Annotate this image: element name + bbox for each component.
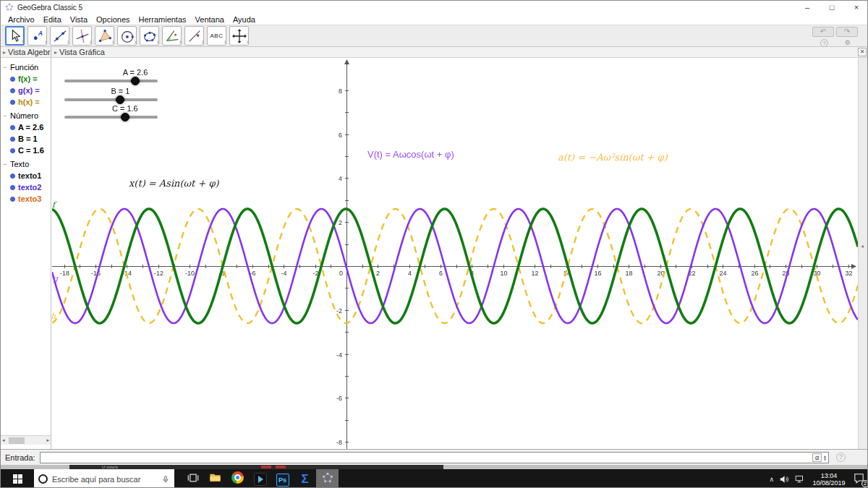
- algebra-item[interactable]: C = 1.6: [1, 146, 51, 155]
- redo-button[interactable]: ↷: [836, 27, 858, 37]
- taskbar-app-file-explorer[interactable]: [204, 469, 226, 488]
- slider-B-knob[interactable]: [116, 95, 124, 104]
- windows-logo-icon: [13, 474, 22, 484]
- maximize-button[interactable]: □: [820, 1, 844, 14]
- curve-label-g: g: [53, 274, 58, 283]
- group-label: Texto: [10, 160, 29, 168]
- visibility-dot-icon[interactable]: [10, 148, 15, 153]
- entrada-input[interactable]: [41, 453, 812, 462]
- microphone-icon[interactable]: [161, 475, 170, 484]
- visibility-dot-icon[interactable]: [10, 185, 15, 190]
- help-icon[interactable]: ?: [820, 39, 828, 47]
- algebra-item[interactable]: A = 2.6: [1, 123, 51, 132]
- visibility-dot-icon[interactable]: [10, 197, 15, 202]
- menu-item-opciones[interactable]: Opciones: [92, 15, 134, 24]
- tool-polygon[interactable]: [95, 26, 114, 46]
- algebra-item[interactable]: h(x) =: [1, 98, 51, 106]
- taskbar-app-photoshop[interactable]: Ps: [271, 469, 294, 488]
- start-button[interactable]: [1, 469, 34, 488]
- algebra-item[interactable]: B = 1: [1, 134, 51, 143]
- algebra-view-header[interactable]: ▸ Vista Algebraica: [1, 47, 51, 57]
- tool-move[interactable]: [5, 26, 25, 46]
- input-help-icon[interactable]: ?: [836, 453, 846, 462]
- collapse-minus-icon[interactable]: −: [3, 64, 8, 71]
- taskbar-clock[interactable]: 13:04 10/08/2019: [810, 472, 848, 487]
- graphics-view[interactable]: [52, 58, 858, 449]
- taskbar-app-sigma[interactable]: Σ: [294, 469, 316, 488]
- visibility-dot-icon[interactable]: [10, 137, 15, 142]
- taskbar: PsΣ ∧ 13:04 10/08/2019 2: [1, 469, 868, 488]
- search-input[interactable]: [52, 475, 157, 484]
- slider-C-knob[interactable]: [121, 113, 129, 121]
- tool-text[interactable]: ABC: [207, 26, 226, 46]
- algebra-horizontal-scrollbar[interactable]: ◂ ▸: [1, 435, 51, 445]
- alpha-symbols-button[interactable]: α: [812, 453, 822, 462]
- tool-point[interactable]: A: [27, 26, 47, 46]
- scroll-right-icon[interactable]: ▸: [46, 437, 49, 443]
- close-button[interactable]: ×: [844, 1, 868, 14]
- taskbar-app-task-view[interactable]: [182, 469, 204, 488]
- visibility-dot-icon[interactable]: [10, 88, 15, 93]
- slider-A-track[interactable]: [64, 80, 158, 82]
- tool-conic[interactable]: [140, 26, 159, 46]
- visibility-dot-icon[interactable]: [10, 100, 15, 105]
- tool-circle[interactable]: [117, 26, 137, 46]
- tool-line[interactable]: [50, 26, 69, 46]
- collapse-minus-icon[interactable]: −: [3, 160, 8, 168]
- algebra-item[interactable]: texto3: [1, 194, 51, 203]
- algebra-group-header[interactable]: −Número: [1, 111, 51, 120]
- menu-item-ayuda[interactable]: Ayuda: [229, 15, 260, 24]
- slider-C[interactable]: C = 1.6: [64, 106, 158, 125]
- algebra-item[interactable]: texto2: [1, 183, 51, 192]
- slider-B[interactable]: B = 1: [64, 89, 158, 108]
- menu-item-edita[interactable]: Edita: [39, 15, 66, 24]
- tool-angle[interactable]: [162, 26, 182, 46]
- speaker-icon[interactable]: [779, 474, 789, 484]
- algebra-item[interactable]: f(x) =: [1, 74, 51, 83]
- tool-move-graphics-view[interactable]: [229, 26, 249, 46]
- tool-perpendicular-line[interactable]: [72, 26, 92, 46]
- collapse-minus-icon[interactable]: −: [3, 112, 8, 119]
- visibility-dot-icon[interactable]: [10, 77, 15, 82]
- slider-C-track[interactable]: [64, 116, 158, 119]
- graph-text-velocity-formula[interactable]: V(t) = Aωcos(ωt + φ): [367, 149, 454, 160]
- slider-A-knob[interactable]: [131, 77, 140, 85]
- algebra-item-label: texto3: [18, 194, 41, 203]
- panel-splitter[interactable]: ◂: [858, 58, 868, 449]
- taskbar-app-movies-tv[interactable]: [249, 469, 271, 488]
- point-icon: A: [30, 28, 46, 44]
- minimize-button[interactable]: –: [795, 1, 820, 14]
- algebra-item[interactable]: g(x) =: [1, 86, 51, 95]
- plot-canvas[interactable]: [52, 58, 858, 449]
- taskbar-app-chrome[interactable]: [226, 469, 249, 488]
- algebra-group-header[interactable]: −Función: [1, 63, 51, 72]
- spinner-icon[interactable]: ▲▼: [823, 455, 827, 461]
- taskbar-search[interactable]: [34, 469, 174, 488]
- menu-item-herramientas[interactable]: Herramientas: [135, 15, 191, 24]
- tool-reflection[interactable]: [184, 26, 204, 46]
- tray-chevron-icon[interactable]: ∧: [769, 476, 774, 483]
- graph-text-position-formula[interactable]: x(t) = Asin(ωt + φ): [129, 178, 219, 189]
- graph-text-acceleration-formula[interactable]: a(t) = −Aω²sin(ωt + φ): [558, 152, 668, 163]
- visibility-dot-icon[interactable]: [10, 174, 15, 179]
- scroll-left-icon[interactable]: ◂: [2, 437, 5, 443]
- slider-B-label: B = 1: [111, 87, 129, 95]
- undo-button[interactable]: ↶: [812, 27, 834, 37]
- slider-B-track[interactable]: [64, 98, 158, 101]
- taskbar-app-geogebra[interactable]: [316, 469, 339, 488]
- algebra-item[interactable]: texto1: [1, 171, 51, 180]
- notification-center-icon[interactable]: 2: [853, 472, 867, 487]
- collapse-left-icon[interactable]: ◂: [861, 243, 864, 249]
- graphics-view-header[interactable]: ▸ Vista Gráfica ✕: [51, 47, 868, 57]
- menu-item-archivo[interactable]: Archivo: [4, 15, 39, 24]
- algebra-group-header[interactable]: −Texto: [1, 160, 51, 168]
- gear-icon[interactable]: ⚙: [845, 39, 851, 47]
- close-panel-icon[interactable]: ✕: [858, 48, 867, 56]
- visibility-dot-icon[interactable]: [10, 125, 15, 130]
- network-icon[interactable]: [794, 474, 805, 484]
- move-graphics-view-icon: [231, 28, 247, 44]
- scrollbar-thumb[interactable]: [9, 437, 25, 444]
- algebra-view-title: Vista Algebraica: [8, 48, 51, 56]
- menu-item-ventana[interactable]: Ventana: [191, 15, 229, 24]
- menu-item-vista[interactable]: Vista: [66, 15, 92, 24]
